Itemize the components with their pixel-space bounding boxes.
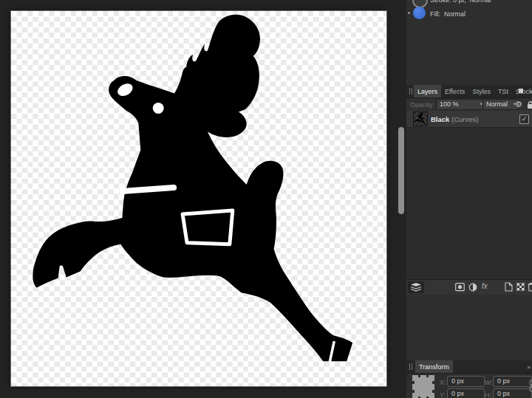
fill-mode: Normal <box>444 10 466 18</box>
panel-overflow-icon[interactable]: » <box>529 88 532 95</box>
fx-icon[interactable]: fx <box>482 282 488 290</box>
stroke-value: 0 pt, <box>453 0 466 4</box>
panel-drag-handle-icon[interactable] <box>409 363 414 370</box>
new-pixel-layer-icon[interactable] <box>516 283 525 291</box>
reindeer-body-path <box>33 15 352 361</box>
link-dimensions-icon[interactable] <box>529 380 532 393</box>
layers-footer-bar: fx <box>406 279 532 295</box>
layers-list: Black (Curves) ✓ <box>406 111 532 279</box>
layer-kind: (Curves) <box>451 115 478 123</box>
trash-icon[interactable] <box>528 282 532 292</box>
tab-effects[interactable]: Effects <box>441 85 468 97</box>
transform-panel-tabbar: Transform » <box>406 360 532 374</box>
tab-layers[interactable]: Layers <box>414 85 441 97</box>
layer-visibility-checkbox[interactable]: ✓ <box>519 114 529 124</box>
gear-icon[interactable]: ⚙ <box>515 100 522 109</box>
lock-icon[interactable] <box>526 100 532 109</box>
tab-text-styles[interactable]: TSt <box>494 85 512 97</box>
stroke-mode: Normal <box>470 0 491 4</box>
canvas-vertical-scrollbar[interactable] <box>398 127 404 214</box>
artboard[interactable] <box>10 10 387 387</box>
fill-label: Fill: <box>430 10 440 18</box>
layers-stack-button[interactable] <box>408 281 424 293</box>
reindeer-artwork[interactable] <box>11 11 386 386</box>
fill-bullet-icon <box>408 12 410 14</box>
layers-panel-tabbar: Layers Effects Styles TSt Stock » <box>406 85 532 98</box>
layer-thumbnail[interactable] <box>413 111 428 126</box>
stroke-label: Stroke: <box>430 0 451 4</box>
adjustment-layer-icon[interactable] <box>468 283 477 292</box>
h-input[interactable]: 0 px <box>493 388 532 398</box>
opacity-dropdown[interactable]: 100 % ▾ <box>436 99 486 110</box>
new-layer-icon[interactable] <box>505 282 513 292</box>
layers-controls-row: Opacity: 100 % ▾ Normal ▾ ⚙ <box>406 98 532 111</box>
transform-content: X: 0 px W: 0 px Y: 0 px H: 0 px <box>406 374 532 398</box>
w-label: W: <box>485 379 493 386</box>
canvas-area <box>0 0 406 398</box>
fill-swatch-icon[interactable] <box>413 7 426 19</box>
tab-transform[interactable]: Transform <box>415 360 453 373</box>
h-label: H: <box>485 391 491 398</box>
reindeer-eye <box>153 103 164 114</box>
tab-styles[interactable]: Styles <box>468 85 494 97</box>
layer-name: Black <box>431 115 449 123</box>
y-input[interactable]: 0 px <box>447 388 485 398</box>
layer-row[interactable]: Black (Curves) ✓ <box>406 111 532 128</box>
y-label: Y: <box>440 391 446 398</box>
panel-drag-handle-icon[interactable] <box>409 88 412 95</box>
panel-menu-square-icon[interactable] <box>519 89 523 93</box>
right-panel: Stroke: 0 pt, Normal Fill: Normal Layers… <box>406 0 532 398</box>
blend-mode-dropdown[interactable]: Normal ▾ <box>482 99 519 110</box>
reindeer-collar <box>122 188 174 191</box>
mask-layer-icon[interactable] <box>455 283 465 292</box>
x-label: X: <box>440 379 446 386</box>
x-input[interactable]: 0 px <box>447 376 485 387</box>
panel-overflow-icon[interactable]: » <box>527 363 531 371</box>
w-input[interactable]: 0 px <box>493 376 532 387</box>
anchor-point-selector[interactable] <box>412 375 434 398</box>
opacity-label: Opacity: <box>410 101 434 109</box>
